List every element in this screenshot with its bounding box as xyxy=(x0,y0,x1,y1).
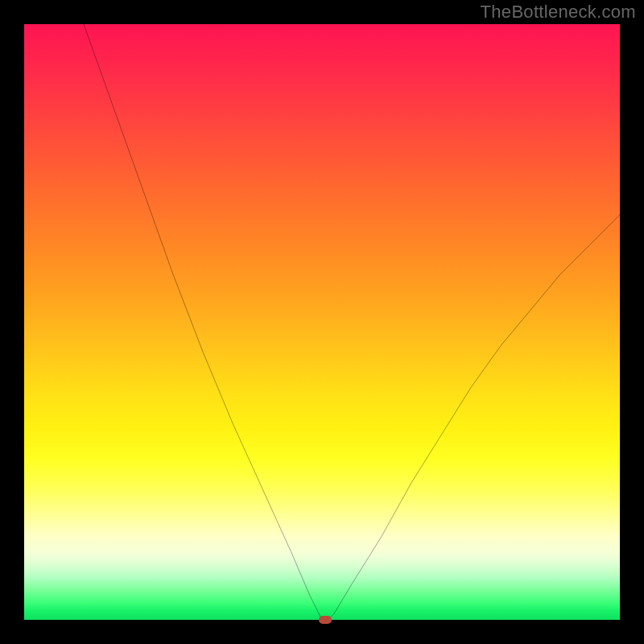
bottleneck-curve xyxy=(84,24,620,620)
watermark-text: TheBottleneck.com xyxy=(481,2,636,23)
chart-frame: TheBottleneck.com xyxy=(0,0,644,644)
plot-area xyxy=(24,24,620,620)
optimal-point-marker xyxy=(319,616,332,624)
curve-layer xyxy=(24,24,620,620)
